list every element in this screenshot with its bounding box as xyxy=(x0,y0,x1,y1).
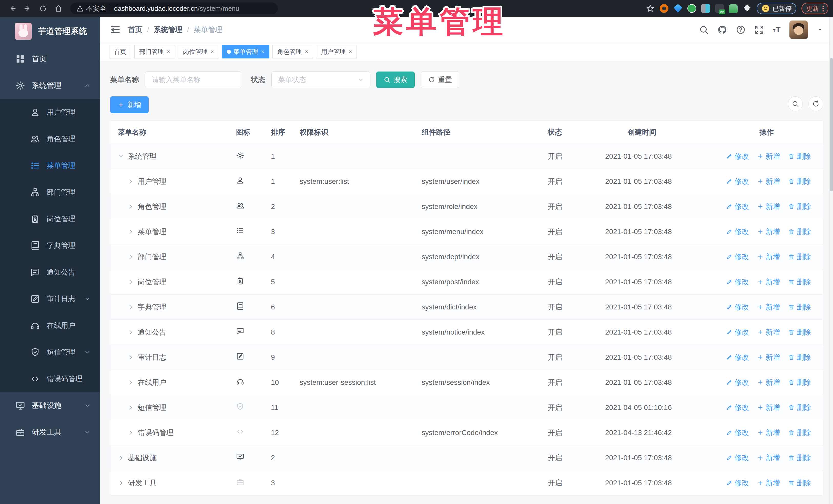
paused-profile-badge[interactable]: 已暂停 xyxy=(757,3,796,14)
add-action[interactable]: 新增 xyxy=(757,302,780,312)
sidebar-item-12[interactable]: 错误码管理 xyxy=(0,365,100,392)
sidebar-item-8[interactable]: 通知公告 xyxy=(0,259,100,286)
add-action[interactable]: 新增 xyxy=(757,151,780,161)
add-action[interactable]: 新增 xyxy=(757,453,780,463)
reload-icon[interactable] xyxy=(38,3,49,14)
extension-icon[interactable] xyxy=(701,4,710,13)
extension-icon[interactable] xyxy=(673,4,682,13)
scrollbar-thumb[interactable] xyxy=(830,58,833,191)
github-icon[interactable] xyxy=(717,25,727,34)
tab-4[interactable]: 角色管理 × xyxy=(272,45,313,58)
sidebar-item-14[interactable]: 研发工具 xyxy=(0,419,100,446)
menu-name-input[interactable]: 请输入菜单名称 xyxy=(145,71,241,88)
tree-collapse-icon[interactable] xyxy=(127,404,134,411)
toggle-search-button[interactable] xyxy=(788,96,803,111)
extension-icon[interactable] xyxy=(687,4,696,13)
edit-action[interactable]: 修改 xyxy=(726,202,749,212)
delete-action[interactable]: 删除 xyxy=(788,202,811,212)
url-host[interactable]: dashboard.yudao.iocoder.cn xyxy=(114,5,198,13)
delete-action[interactable]: 删除 xyxy=(788,428,811,438)
address-bar[interactable]: 不安全 dashboard.yudao.iocoder.cn/system/me… xyxy=(70,3,278,14)
close-icon[interactable]: × xyxy=(211,48,214,55)
tab-5[interactable]: 用户管理 × xyxy=(316,45,357,58)
status-select[interactable]: 菜单状态 xyxy=(271,71,370,88)
browser-update-button[interactable]: 更新 xyxy=(802,3,828,14)
page-scrollbar[interactable] xyxy=(829,17,833,504)
close-icon[interactable]: × xyxy=(261,48,264,55)
font-size-icon[interactable]: тT xyxy=(773,25,781,34)
tree-collapse-icon[interactable] xyxy=(127,329,134,336)
extension-icon[interactable] xyxy=(729,4,738,13)
tree-collapse-icon[interactable] xyxy=(127,429,134,436)
close-icon[interactable]: × xyxy=(167,48,170,55)
home-icon[interactable] xyxy=(53,3,64,14)
edit-action[interactable]: 修改 xyxy=(726,478,749,488)
extensions-puzzle-icon[interactable] xyxy=(743,4,752,13)
sidebar-item-1[interactable]: 系统管理 xyxy=(0,72,100,99)
edit-action[interactable]: 修改 xyxy=(726,177,749,186)
reset-button[interactable]: 重置 xyxy=(421,72,459,88)
add-action[interactable]: 新增 xyxy=(757,428,780,438)
sidebar-item-2[interactable]: 用户管理 xyxy=(0,99,100,126)
not-secure-label[interactable]: 不安全 xyxy=(86,4,106,13)
add-action[interactable]: 新增 xyxy=(757,202,780,212)
tab-2[interactable]: 岗位管理 × xyxy=(178,45,219,58)
tree-collapse-icon[interactable] xyxy=(127,304,134,310)
tree-collapse-icon[interactable] xyxy=(127,379,134,386)
delete-action[interactable]: 删除 xyxy=(788,252,811,262)
add-action[interactable]: 新增 xyxy=(757,353,780,362)
close-icon[interactable]: × xyxy=(349,48,352,55)
sidebar-item-3[interactable]: 角色管理 xyxy=(0,126,100,152)
delete-action[interactable]: 删除 xyxy=(788,227,811,237)
forward-icon[interactable] xyxy=(22,3,33,14)
header-search-icon[interactable] xyxy=(699,25,709,34)
add-action[interactable]: 新增 xyxy=(757,378,780,387)
tab-0[interactable]: 首页 xyxy=(109,45,131,58)
delete-action[interactable]: 删除 xyxy=(788,453,811,463)
tree-expand-icon[interactable] xyxy=(118,153,124,160)
bookmark-star-icon[interactable] xyxy=(646,4,654,13)
extension-on-icon[interactable]: on xyxy=(715,4,724,13)
add-action[interactable]: 新增 xyxy=(757,327,780,337)
sidebar-item-6[interactable]: 岗位管理 xyxy=(0,206,100,232)
edit-action[interactable]: 修改 xyxy=(726,302,749,312)
add-action[interactable]: 新增 xyxy=(757,403,780,412)
extension-icon[interactable] xyxy=(660,4,668,13)
sidebar-item-13[interactable]: 基础设施 xyxy=(0,392,100,419)
add-action[interactable]: 新增 xyxy=(757,478,780,488)
sidebar-item-9[interactable]: 审计日志 xyxy=(0,286,100,312)
tree-collapse-icon[interactable] xyxy=(127,254,134,260)
edit-action[interactable]: 修改 xyxy=(726,227,749,237)
delete-action[interactable]: 删除 xyxy=(788,378,811,387)
fullscreen-icon[interactable] xyxy=(754,25,764,34)
add-action[interactable]: 新增 xyxy=(757,252,780,262)
menu-kebab-icon[interactable] xyxy=(823,6,824,11)
delete-action[interactable]: 删除 xyxy=(788,403,811,412)
edit-action[interactable]: 修改 xyxy=(726,428,749,438)
edit-action[interactable]: 修改 xyxy=(726,378,749,387)
close-icon[interactable]: × xyxy=(305,48,308,55)
user-avatar[interactable] xyxy=(789,21,808,39)
sidebar-item-7[interactable]: 字典管理 xyxy=(0,232,100,259)
back-icon[interactable] xyxy=(7,3,18,14)
delete-action[interactable]: 删除 xyxy=(788,478,811,488)
sidebar-item-10[interactable]: 在线用户 xyxy=(0,312,100,339)
delete-action[interactable]: 删除 xyxy=(788,302,811,312)
edit-action[interactable]: 修改 xyxy=(726,151,749,161)
tree-collapse-icon[interactable] xyxy=(118,480,124,486)
add-action[interactable]: 新增 xyxy=(757,227,780,237)
app-logo[interactable]: 芋道管理系统 xyxy=(0,17,100,46)
tab-1[interactable]: 部门管理 × xyxy=(134,45,175,58)
delete-action[interactable]: 删除 xyxy=(788,327,811,337)
delete-action[interactable]: 删除 xyxy=(788,177,811,186)
add-action[interactable]: 新增 xyxy=(757,277,780,287)
tree-collapse-icon[interactable] xyxy=(127,203,134,210)
breadcrumb-system[interactable]: 系统管理 xyxy=(154,25,183,34)
tab-3[interactable]: 菜单管理 × xyxy=(222,45,269,58)
breadcrumb-home[interactable]: 首页 xyxy=(128,25,143,34)
edit-action[interactable]: 修改 xyxy=(726,252,749,262)
tree-collapse-icon[interactable] xyxy=(118,455,124,461)
delete-action[interactable]: 删除 xyxy=(788,151,811,161)
tree-collapse-icon[interactable] xyxy=(127,178,134,185)
delete-action[interactable]: 删除 xyxy=(788,277,811,287)
